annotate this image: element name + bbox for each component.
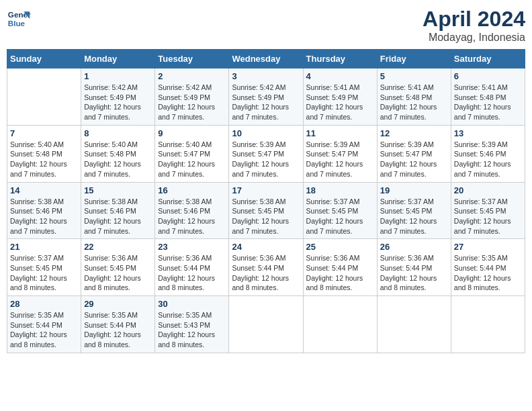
day-number: 20 — [454, 185, 522, 195]
calendar-title: April 2024 — [423, 7, 525, 32]
day-info: Sunrise: 5:37 AM Sunset: 5:45 PM Dayligh… — [454, 197, 522, 236]
calendar-subtitle: Modayag, Indonesia — [423, 32, 525, 44]
day-info: Sunrise: 5:35 AM Sunset: 5:44 PM Dayligh… — [454, 253, 522, 293]
calendar-body: 1Sunrise: 5:42 AM Sunset: 5:49 PM Daylig… — [7, 68, 525, 353]
day-info: Sunrise: 5:39 AM Sunset: 5:47 PM Dayligh… — [380, 140, 448, 179]
calendar-cell: 24Sunrise: 5:36 AM Sunset: 5:44 PM Dayli… — [229, 239, 303, 296]
day-number: 5 — [380, 71, 448, 81]
calendar-cell: 21Sunrise: 5:37 AM Sunset: 5:45 PM Dayli… — [7, 239, 81, 296]
day-info: Sunrise: 5:37 AM Sunset: 5:45 PM Dayligh… — [10, 253, 78, 293]
day-number: 16 — [158, 185, 226, 195]
day-info: Sunrise: 5:35 AM Sunset: 5:44 PM Dayligh… — [10, 310, 78, 350]
dow-header-wednesday: Wednesday — [229, 50, 303, 68]
week-row-1: 1Sunrise: 5:42 AM Sunset: 5:49 PM Daylig… — [7, 68, 525, 126]
day-info: Sunrise: 5:39 AM Sunset: 5:47 PM Dayligh… — [306, 140, 374, 179]
day-number: 19 — [380, 185, 448, 195]
calendar-cell: 23Sunrise: 5:36 AM Sunset: 5:44 PM Dayli… — [155, 239, 229, 296]
day-number: 17 — [232, 185, 300, 195]
week-row-3: 14Sunrise: 5:38 AM Sunset: 5:46 PM Dayli… — [7, 182, 525, 239]
day-info: Sunrise: 5:38 AM Sunset: 5:45 PM Dayligh… — [232, 197, 300, 236]
calendar-cell: 13Sunrise: 5:39 AM Sunset: 5:46 PM Dayli… — [451, 125, 525, 182]
day-number: 1 — [84, 71, 152, 81]
day-info: Sunrise: 5:37 AM Sunset: 5:45 PM Dayligh… — [380, 197, 448, 236]
day-info: Sunrise: 5:36 AM Sunset: 5:44 PM Dayligh… — [306, 253, 374, 293]
day-number: 2 — [158, 71, 226, 81]
day-info: Sunrise: 5:38 AM Sunset: 5:46 PM Dayligh… — [158, 197, 226, 236]
logo: General Blue — [7, 7, 31, 31]
dow-header-tuesday: Tuesday — [155, 50, 229, 68]
title-block: April 2024 Modayag, Indonesia — [423, 7, 525, 44]
days-of-week-row: SundayMondayTuesdayWednesdayThursdayFrid… — [7, 50, 525, 68]
day-info: Sunrise: 5:36 AM Sunset: 5:44 PM Dayligh… — [380, 253, 448, 293]
dow-header-friday: Friday — [377, 50, 451, 68]
calendar-cell: 14Sunrise: 5:38 AM Sunset: 5:46 PM Dayli… — [7, 182, 81, 239]
calendar-cell: 18Sunrise: 5:37 AM Sunset: 5:45 PM Dayli… — [303, 182, 377, 239]
day-info: Sunrise: 5:42 AM Sunset: 5:49 PM Dayligh… — [158, 83, 226, 122]
day-info: Sunrise: 5:35 AM Sunset: 5:43 PM Dayligh… — [158, 310, 226, 350]
day-number: 27 — [454, 242, 522, 252]
day-number: 14 — [10, 185, 78, 195]
day-info: Sunrise: 5:37 AM Sunset: 5:45 PM Dayligh… — [306, 197, 374, 236]
calendar-cell: 12Sunrise: 5:39 AM Sunset: 5:47 PM Dayli… — [377, 125, 451, 182]
day-info: Sunrise: 5:39 AM Sunset: 5:46 PM Dayligh… — [454, 140, 522, 179]
calendar-cell — [451, 296, 525, 353]
day-number: 23 — [158, 242, 226, 252]
calendar-cell: 1Sunrise: 5:42 AM Sunset: 5:49 PM Daylig… — [81, 68, 155, 126]
day-number: 15 — [84, 185, 152, 195]
day-info: Sunrise: 5:36 AM Sunset: 5:44 PM Dayligh… — [232, 253, 300, 293]
calendar-cell — [229, 296, 303, 353]
day-number: 3 — [232, 71, 300, 81]
week-row-5: 28Sunrise: 5:35 AM Sunset: 5:44 PM Dayli… — [7, 296, 525, 353]
day-info: Sunrise: 5:36 AM Sunset: 5:45 PM Dayligh… — [84, 253, 152, 293]
day-number: 13 — [454, 128, 522, 138]
svg-text:Blue: Blue — [8, 19, 26, 28]
calendar-cell: 17Sunrise: 5:38 AM Sunset: 5:45 PM Dayli… — [229, 182, 303, 239]
calendar-cell — [377, 296, 451, 353]
dow-header-saturday: Saturday — [451, 50, 525, 68]
calendar-cell: 16Sunrise: 5:38 AM Sunset: 5:46 PM Dayli… — [155, 182, 229, 239]
calendar-cell: 4Sunrise: 5:41 AM Sunset: 5:49 PM Daylig… — [303, 68, 377, 126]
calendar-cell: 30Sunrise: 5:35 AM Sunset: 5:43 PM Dayli… — [155, 296, 229, 353]
week-row-4: 21Sunrise: 5:37 AM Sunset: 5:45 PM Dayli… — [7, 239, 525, 296]
calendar-cell: 11Sunrise: 5:39 AM Sunset: 5:47 PM Dayli… — [303, 125, 377, 182]
day-number: 25 — [306, 242, 374, 252]
header: General Blue April 2024 Modayag, Indones… — [7, 7, 525, 44]
day-number: 11 — [306, 128, 374, 138]
calendar-cell: 28Sunrise: 5:35 AM Sunset: 5:44 PM Dayli… — [7, 296, 81, 353]
day-number: 24 — [232, 242, 300, 252]
day-info: Sunrise: 5:41 AM Sunset: 5:48 PM Dayligh… — [380, 83, 448, 122]
calendar-cell: 25Sunrise: 5:36 AM Sunset: 5:44 PM Dayli… — [303, 239, 377, 296]
calendar-cell: 5Sunrise: 5:41 AM Sunset: 5:48 PM Daylig… — [377, 68, 451, 126]
dow-header-sunday: Sunday — [7, 50, 81, 68]
day-info: Sunrise: 5:35 AM Sunset: 5:44 PM Dayligh… — [84, 310, 152, 350]
day-info: Sunrise: 5:41 AM Sunset: 5:48 PM Dayligh… — [454, 83, 522, 122]
dow-header-monday: Monday — [81, 50, 155, 68]
day-number: 29 — [84, 299, 152, 309]
day-info: Sunrise: 5:41 AM Sunset: 5:49 PM Dayligh… — [306, 83, 374, 122]
calendar-cell: 20Sunrise: 5:37 AM Sunset: 5:45 PM Dayli… — [451, 182, 525, 239]
day-info: Sunrise: 5:42 AM Sunset: 5:49 PM Dayligh… — [84, 83, 152, 122]
calendar-cell: 6Sunrise: 5:41 AM Sunset: 5:48 PM Daylig… — [451, 68, 525, 126]
day-info: Sunrise: 5:40 AM Sunset: 5:47 PM Dayligh… — [158, 140, 226, 179]
calendar-cell: 15Sunrise: 5:38 AM Sunset: 5:46 PM Dayli… — [81, 182, 155, 239]
calendar-cell: 9Sunrise: 5:40 AM Sunset: 5:47 PM Daylig… — [155, 125, 229, 182]
day-number: 21 — [10, 242, 78, 252]
day-info: Sunrise: 5:38 AM Sunset: 5:46 PM Dayligh… — [10, 197, 78, 236]
logo-icon: General Blue — [7, 7, 31, 31]
day-info: Sunrise: 5:36 AM Sunset: 5:44 PM Dayligh… — [158, 253, 226, 293]
calendar-cell: 10Sunrise: 5:39 AM Sunset: 5:47 PM Dayli… — [229, 125, 303, 182]
day-number: 26 — [380, 242, 448, 252]
day-number: 6 — [454, 71, 522, 81]
calendar-cell: 29Sunrise: 5:35 AM Sunset: 5:44 PM Dayli… — [81, 296, 155, 353]
calendar-cell: 3Sunrise: 5:42 AM Sunset: 5:49 PM Daylig… — [229, 68, 303, 126]
day-number: 18 — [306, 185, 374, 195]
day-number: 28 — [10, 299, 78, 309]
day-info: Sunrise: 5:38 AM Sunset: 5:46 PM Dayligh… — [84, 197, 152, 236]
day-number: 30 — [158, 299, 226, 309]
calendar-cell — [7, 68, 81, 126]
calendar-table: SundayMondayTuesdayWednesdayThursdayFrid… — [7, 49, 525, 353]
calendar-cell: 22Sunrise: 5:36 AM Sunset: 5:45 PM Dayli… — [81, 239, 155, 296]
week-row-2: 7Sunrise: 5:40 AM Sunset: 5:48 PM Daylig… — [7, 125, 525, 182]
day-info: Sunrise: 5:39 AM Sunset: 5:47 PM Dayligh… — [232, 140, 300, 179]
day-info: Sunrise: 5:42 AM Sunset: 5:49 PM Dayligh… — [232, 83, 300, 122]
